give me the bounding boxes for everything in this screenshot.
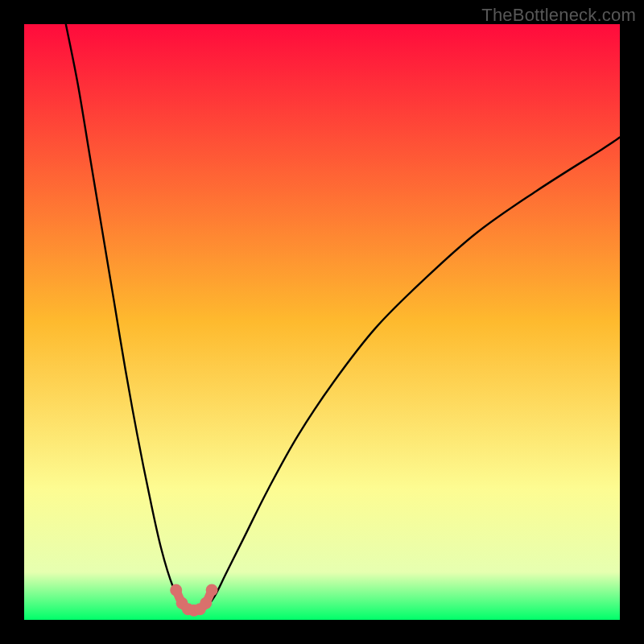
chart-plot bbox=[24, 24, 620, 620]
gradient-background bbox=[24, 24, 620, 620]
optimum-marker-dot bbox=[200, 597, 212, 609]
chart-svg bbox=[24, 24, 620, 620]
watermark-text: TheBottleneck.com bbox=[481, 5, 636, 26]
chart-frame: TheBottleneck.com bbox=[0, 0, 644, 644]
optimum-marker-dot bbox=[206, 584, 218, 597]
optimum-marker-dot bbox=[170, 584, 182, 597]
